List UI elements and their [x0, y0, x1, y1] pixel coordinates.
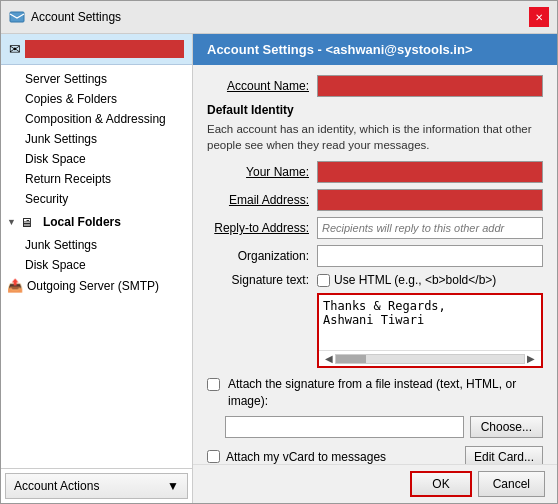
your-name-label: Your Name: — [207, 165, 317, 179]
default-identity-title: Default Identity — [207, 103, 543, 117]
organization-label: Organization: — [207, 249, 317, 263]
main-content: ✉ Server Settings Copies & Folders Compo… — [1, 34, 557, 503]
title-bar: Account Settings ✕ — [1, 1, 557, 34]
account-actions-label: Account Actions — [14, 479, 99, 493]
panel-footer: OK Cancel — [193, 464, 557, 503]
sidebar-account-header[interactable]: ✉ — [1, 34, 192, 65]
reply-to-input[interactable] — [317, 217, 543, 239]
sidebar-item-return-receipts[interactable]: Return Receipts — [1, 169, 192, 189]
sidebar-bottom: Account Actions ▼ — [1, 468, 192, 503]
main-panel: Account Settings - <ashwani@systools.in>… — [193, 34, 557, 503]
sidebar: ✉ Server Settings Copies & Folders Compo… — [1, 34, 193, 503]
sig-scroll-track[interactable] — [335, 354, 525, 364]
attach-sig-checkbox[interactable] — [207, 378, 220, 391]
organization-row: Organization: — [207, 245, 543, 267]
sig-scroll-thumb — [336, 355, 366, 363]
account-name-label: Account Name: — [207, 79, 317, 93]
signature-textarea-wrap: Thanks & Regards, Ashwani Tiwari ◀ ▶ — [317, 293, 543, 368]
svg-rect-0 — [10, 12, 24, 22]
sidebar-tree: Server Settings Copies & Folders Composi… — [1, 65, 192, 468]
attach-sig-path-input[interactable] — [225, 416, 464, 438]
window-icon — [9, 9, 25, 25]
signature-label: Signature text: — [207, 273, 317, 287]
attach-input-row: Choose... — [225, 416, 543, 438]
window-title: Account Settings — [31, 10, 121, 24]
your-name-input[interactable] — [317, 161, 543, 183]
close-button[interactable]: ✕ — [529, 7, 549, 27]
vcard-label: Attach my vCard to messages — [226, 450, 465, 464]
sidebar-item-local-junk[interactable]: Junk Settings — [1, 235, 192, 255]
signature-textarea[interactable]: Thanks & Regards, Ashwani Tiwari — [319, 295, 541, 347]
account-name-input[interactable] — [317, 75, 543, 97]
sidebar-item-composition[interactable]: Composition & Addressing — [1, 109, 192, 129]
use-html-checkbox[interactable] — [317, 274, 330, 287]
use-html-wrap: Use HTML (e.g., <b>bold</b>) — [317, 273, 496, 287]
account-icon: ✉ — [9, 41, 21, 57]
scroll-right-icon: ▶ — [525, 353, 537, 364]
choose-button[interactable]: Choose... — [470, 416, 543, 438]
server-icon: 📤 — [7, 278, 23, 293]
vcard-checkbox[interactable] — [207, 450, 220, 463]
attach-sig-row: Attach the signature from a file instead… — [207, 376, 543, 410]
sidebar-local-folders-group[interactable]: ▼ 🖥 Local Folders — [1, 209, 192, 235]
signature-row: Signature text: Use HTML (e.g., <b>bold<… — [207, 273, 543, 287]
your-name-row: Your Name: — [207, 161, 543, 183]
attach-sig-label: Attach the signature from a file instead… — [228, 376, 543, 410]
sig-scrollbar: ◀ ▶ — [319, 350, 541, 366]
organization-input[interactable] — [317, 245, 543, 267]
sidebar-item-disk-space[interactable]: Disk Space — [1, 149, 192, 169]
account-name-row: Account Name: — [207, 75, 543, 97]
panel-body: Account Name: Default Identity Each acco… — [193, 65, 557, 464]
sidebar-item-junk[interactable]: Junk Settings — [1, 129, 192, 149]
sidebar-item-server-settings[interactable]: Server Settings — [1, 69, 192, 89]
cancel-button[interactable]: Cancel — [478, 471, 545, 497]
reply-to-row: Reply-to Address: — [207, 217, 543, 239]
account-settings-window: Account Settings ✕ ✉ Server Settings Cop… — [0, 0, 558, 504]
ok-button[interactable]: OK — [410, 471, 471, 497]
sidebar-outgoing-server[interactable]: 📤 Outgoing Server (SMTP) — [1, 275, 192, 296]
sidebar-item-copies-folders[interactable]: Copies & Folders — [1, 89, 192, 109]
expand-icon: ▼ — [7, 217, 16, 227]
account-actions-button[interactable]: Account Actions ▼ — [5, 473, 188, 499]
panel-header: Account Settings - <ashwani@systools.in> — [193, 34, 557, 65]
email-address-label: Email Address: — [207, 193, 317, 207]
outgoing-label: Outgoing Server (SMTP) — [27, 279, 159, 293]
folder-icon: 🖥 — [20, 215, 33, 230]
sidebar-item-security[interactable]: Security — [1, 189, 192, 209]
default-identity-desc: Each account has an identity, which is t… — [207, 121, 543, 153]
account-actions-arrow: ▼ — [167, 479, 179, 493]
use-html-label: Use HTML (e.g., <b>bold</b>) — [334, 273, 496, 287]
email-address-row: Email Address: — [207, 189, 543, 211]
edit-card-button[interactable]: Edit Card... — [465, 446, 543, 464]
title-bar-left: Account Settings — [9, 9, 121, 25]
local-folders-label: Local Folders — [37, 212, 129, 232]
sidebar-item-local-disk[interactable]: Disk Space — [1, 255, 192, 275]
vcard-row: Attach my vCard to messages Edit Card... — [207, 446, 543, 464]
scroll-left-icon: ◀ — [323, 353, 335, 364]
account-name-display — [25, 40, 184, 58]
reply-to-label: Reply-to Address: — [207, 221, 317, 235]
email-address-input[interactable] — [317, 189, 543, 211]
signature-controls: Use HTML (e.g., <b>bold</b>) — [317, 273, 543, 287]
